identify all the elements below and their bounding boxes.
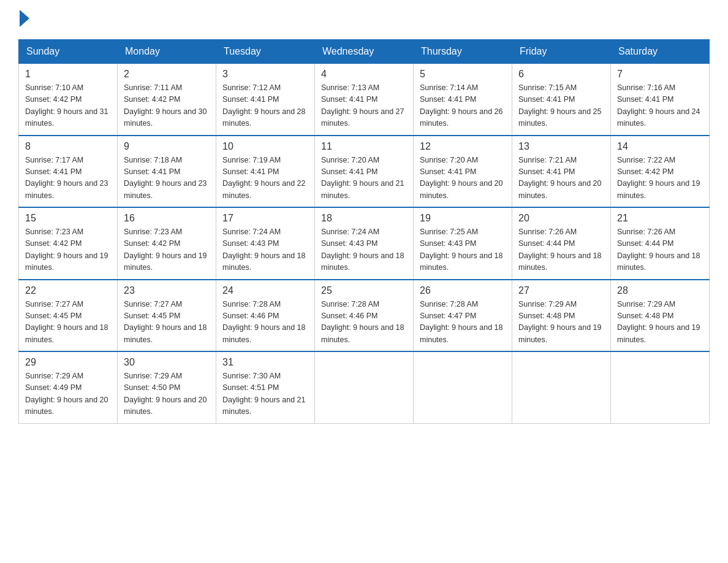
calendar-cell: 25 Sunrise: 7:28 AMSunset: 4:46 PMDaylig…: [315, 280, 414, 352]
day-number: 21: [617, 213, 703, 224]
calendar-cell: 14 Sunrise: 7:22 AMSunset: 4:42 PMDaylig…: [611, 136, 710, 208]
day-info: Sunrise: 7:28 AMSunset: 4:46 PMDaylight:…: [222, 299, 308, 347]
day-info: Sunrise: 7:25 AMSunset: 4:43 PMDaylight:…: [420, 226, 506, 274]
weekday-header-wednesday: Wednesday: [315, 40, 414, 64]
calendar-cell: 28 Sunrise: 7:29 AMSunset: 4:48 PMDaylig…: [611, 280, 710, 352]
day-number: 7: [617, 69, 703, 80]
logo: [18, 12, 29, 27]
day-number: 4: [321, 69, 407, 80]
calendar-cell: 15 Sunrise: 7:23 AMSunset: 4:42 PMDaylig…: [19, 207, 118, 280]
day-number: 9: [124, 141, 210, 152]
day-info: Sunrise: 7:22 AMSunset: 4:42 PMDaylight:…: [617, 155, 703, 202]
calendar-cell: 3 Sunrise: 7:12 AMSunset: 4:41 PMDayligh…: [216, 64, 315, 136]
day-number: 13: [518, 141, 604, 152]
day-info: Sunrise: 7:24 AMSunset: 4:43 PMDaylight:…: [321, 226, 407, 274]
calendar-cell: 17 Sunrise: 7:24 AMSunset: 4:43 PMDaylig…: [216, 207, 315, 280]
day-info: Sunrise: 7:20 AMSunset: 4:41 PMDaylight:…: [321, 155, 407, 202]
day-info: Sunrise: 7:28 AMSunset: 4:47 PMDaylight:…: [420, 299, 506, 347]
calendar-cell: [315, 351, 414, 423]
calendar-cell: 7 Sunrise: 7:16 AMSunset: 4:41 PMDayligh…: [611, 64, 710, 136]
day-number: 10: [222, 141, 308, 152]
day-info: Sunrise: 7:27 AMSunset: 4:45 PMDaylight:…: [25, 299, 111, 347]
day-number: 1: [25, 69, 111, 80]
calendar-week-row: 8 Sunrise: 7:17 AMSunset: 4:41 PMDayligh…: [19, 136, 710, 208]
calendar-cell: 13 Sunrise: 7:21 AMSunset: 4:41 PMDaylig…: [512, 136, 611, 208]
day-info: Sunrise: 7:24 AMSunset: 4:43 PMDaylight:…: [222, 226, 308, 274]
day-info: Sunrise: 7:29 AMSunset: 4:48 PMDaylight:…: [617, 299, 703, 347]
calendar-cell: 16 Sunrise: 7:23 AMSunset: 4:42 PMDaylig…: [118, 207, 216, 280]
day-info: Sunrise: 7:26 AMSunset: 4:44 PMDaylight:…: [617, 226, 703, 274]
logo-triangle-icon: [20, 10, 29, 27]
calendar-cell: 18 Sunrise: 7:24 AMSunset: 4:43 PMDaylig…: [315, 207, 414, 280]
day-number: 14: [617, 141, 703, 152]
calendar-cell: 8 Sunrise: 7:17 AMSunset: 4:41 PMDayligh…: [19, 136, 118, 208]
day-number: 23: [124, 285, 210, 296]
calendar-cell: 23 Sunrise: 7:27 AMSunset: 4:45 PMDaylig…: [118, 280, 216, 352]
day-number: 20: [518, 213, 604, 224]
day-info: Sunrise: 7:20 AMSunset: 4:41 PMDaylight:…: [420, 155, 506, 202]
day-number: 12: [420, 141, 506, 152]
day-info: Sunrise: 7:18 AMSunset: 4:41 PMDaylight:…: [124, 155, 210, 202]
calendar-cell: 10 Sunrise: 7:19 AMSunset: 4:41 PMDaylig…: [216, 136, 315, 208]
day-info: Sunrise: 7:23 AMSunset: 4:42 PMDaylight:…: [25, 226, 111, 274]
calendar-cell: 9 Sunrise: 7:18 AMSunset: 4:41 PMDayligh…: [118, 136, 216, 208]
day-number: 18: [321, 213, 407, 224]
day-info: Sunrise: 7:16 AMSunset: 4:41 PMDaylight:…: [617, 82, 703, 130]
calendar-table: SundayMondayTuesdayWednesdayThursdayFrid…: [18, 39, 710, 424]
day-info: Sunrise: 7:10 AMSunset: 4:42 PMDaylight:…: [25, 82, 111, 130]
day-info: Sunrise: 7:11 AMSunset: 4:42 PMDaylight:…: [124, 82, 210, 130]
calendar-cell: 2 Sunrise: 7:11 AMSunset: 4:42 PMDayligh…: [118, 64, 216, 136]
weekday-header-saturday: Saturday: [611, 40, 710, 64]
day-number: 15: [25, 213, 111, 224]
day-number: 27: [518, 285, 604, 296]
day-number: 22: [25, 285, 111, 296]
calendar-cell: 11 Sunrise: 7:20 AMSunset: 4:41 PMDaylig…: [315, 136, 414, 208]
calendar-cell: [414, 351, 512, 423]
day-info: Sunrise: 7:29 AMSunset: 4:48 PMDaylight:…: [518, 299, 604, 347]
calendar-cell: 5 Sunrise: 7:14 AMSunset: 4:41 PMDayligh…: [414, 64, 512, 136]
day-number: 19: [420, 213, 506, 224]
day-number: 2: [124, 69, 210, 80]
day-info: Sunrise: 7:19 AMSunset: 4:41 PMDaylight:…: [222, 155, 308, 202]
weekday-header-tuesday: Tuesday: [216, 40, 315, 64]
calendar-cell: 20 Sunrise: 7:26 AMSunset: 4:44 PMDaylig…: [512, 207, 611, 280]
day-info: Sunrise: 7:29 AMSunset: 4:49 PMDaylight:…: [25, 370, 111, 418]
calendar-week-row: 22 Sunrise: 7:27 AMSunset: 4:45 PMDaylig…: [19, 280, 710, 352]
day-info: Sunrise: 7:30 AMSunset: 4:51 PMDaylight:…: [222, 370, 308, 418]
day-info: Sunrise: 7:23 AMSunset: 4:42 PMDaylight:…: [124, 226, 210, 274]
day-info: Sunrise: 7:21 AMSunset: 4:41 PMDaylight:…: [518, 155, 604, 202]
day-number: 25: [321, 285, 407, 296]
calendar-cell: 19 Sunrise: 7:25 AMSunset: 4:43 PMDaylig…: [414, 207, 512, 280]
weekday-header-thursday: Thursday: [414, 40, 512, 64]
calendar-cell: 1 Sunrise: 7:10 AMSunset: 4:42 PMDayligh…: [19, 64, 118, 136]
calendar-cell: 29 Sunrise: 7:29 AMSunset: 4:49 PMDaylig…: [19, 351, 118, 423]
day-info: Sunrise: 7:26 AMSunset: 4:44 PMDaylight:…: [518, 226, 604, 274]
day-info: Sunrise: 7:15 AMSunset: 4:41 PMDaylight:…: [518, 82, 604, 130]
calendar-cell: 6 Sunrise: 7:15 AMSunset: 4:41 PMDayligh…: [512, 64, 611, 136]
calendar-week-row: 1 Sunrise: 7:10 AMSunset: 4:42 PMDayligh…: [19, 64, 710, 136]
day-number: 31: [222, 357, 308, 368]
weekday-header-monday: Monday: [118, 40, 216, 64]
calendar-cell: 24 Sunrise: 7:28 AMSunset: 4:46 PMDaylig…: [216, 280, 315, 352]
calendar-cell: 31 Sunrise: 7:30 AMSunset: 4:51 PMDaylig…: [216, 351, 315, 423]
calendar-cell: 30 Sunrise: 7:29 AMSunset: 4:50 PMDaylig…: [118, 351, 216, 423]
day-number: 3: [222, 69, 308, 80]
calendar-cell: 4 Sunrise: 7:13 AMSunset: 4:41 PMDayligh…: [315, 64, 414, 136]
page-header: [18, 12, 710, 27]
weekday-header-sunday: Sunday: [19, 40, 118, 64]
day-number: 5: [420, 69, 506, 80]
day-number: 16: [124, 213, 210, 224]
day-number: 30: [124, 357, 210, 368]
day-info: Sunrise: 7:17 AMSunset: 4:41 PMDaylight:…: [25, 155, 111, 202]
day-info: Sunrise: 7:29 AMSunset: 4:50 PMDaylight:…: [124, 370, 210, 418]
day-info: Sunrise: 7:12 AMSunset: 4:41 PMDaylight:…: [222, 82, 308, 130]
day-number: 11: [321, 141, 407, 152]
day-info: Sunrise: 7:27 AMSunset: 4:45 PMDaylight:…: [124, 299, 210, 347]
day-number: 17: [222, 213, 308, 224]
weekday-header-friday: Friday: [512, 40, 611, 64]
calendar-cell: 22 Sunrise: 7:27 AMSunset: 4:45 PMDaylig…: [19, 280, 118, 352]
calendar-cell: 12 Sunrise: 7:20 AMSunset: 4:41 PMDaylig…: [414, 136, 512, 208]
calendar-cell: [611, 351, 710, 423]
calendar-header-row: SundayMondayTuesdayWednesdayThursdayFrid…: [19, 40, 710, 64]
calendar-cell: 26 Sunrise: 7:28 AMSunset: 4:47 PMDaylig…: [414, 280, 512, 352]
